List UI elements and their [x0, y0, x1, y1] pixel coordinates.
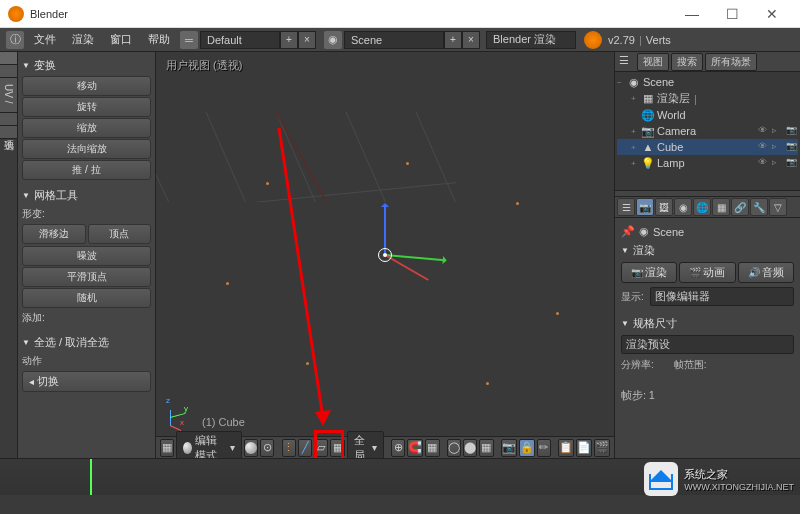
edge-select-button[interactable]: ╱ — [298, 439, 312, 457]
outliner-item-渲染层[interactable]: +▦渲染层| — [617, 90, 798, 107]
editor-type-button[interactable]: ▦ — [160, 439, 174, 457]
randomize-button[interactable]: 随机 — [22, 288, 151, 308]
outliner-item-world[interactable]: 🌐World — [617, 107, 798, 123]
selectable-icon[interactable]: ▹ — [772, 157, 784, 169]
layout-select[interactable]: Default — [200, 31, 280, 49]
pin-icon[interactable]: 📌 — [621, 225, 635, 238]
data-tab[interactable]: ▽ — [769, 198, 787, 216]
lock-camera-button[interactable]: 🔒 — [519, 439, 535, 457]
expand-icon[interactable]: + — [631, 143, 641, 152]
animation-button[interactable]: 🎬 动画 — [679, 262, 735, 283]
vertex-button[interactable]: 顶点 — [88, 224, 152, 244]
select-panel-header[interactable]: ▼全选 / 取消全选 — [22, 333, 151, 352]
tab-options[interactable]: 选项 — [0, 126, 17, 139]
modifiers-tab[interactable]: 🔧 — [750, 198, 768, 216]
menu-window[interactable]: 窗口 — [102, 32, 140, 47]
vertex-select-button[interactable]: ⋮ — [282, 439, 296, 457]
dimensions-section-header[interactable]: ▼规格尺寸 — [621, 314, 794, 333]
constraints-tab[interactable]: 🔗 — [731, 198, 749, 216]
rotate-button[interactable]: 旋转 — [22, 97, 151, 117]
visibility-icon[interactable]: 👁 — [758, 125, 770, 137]
renderable-icon[interactable]: 📷 — [786, 141, 798, 153]
outliner-item-lamp[interactable]: +💡Lamp👁▹📷 — [617, 155, 798, 171]
edge-slide-button[interactable]: 滑移边 — [22, 224, 86, 244]
shading-mode-button[interactable] — [244, 439, 258, 457]
world-tab[interactable]: 🌐 — [693, 198, 711, 216]
menu-help[interactable]: 帮助 — [140, 32, 178, 47]
menu-file[interactable]: 文件 — [26, 32, 64, 47]
tab-clip[interactable]: 剪贴 — [0, 65, 17, 78]
proportional-edit-button[interactable]: ◯ — [447, 439, 461, 457]
selectable-icon[interactable]: ▹ — [772, 141, 784, 153]
outliner-search-menu[interactable]: 搜索 — [671, 53, 703, 71]
snap-button[interactable]: 🧲 — [407, 439, 423, 457]
outliner-filter[interactable]: 所有场景 — [705, 53, 757, 71]
selectable-icon[interactable]: ▹ — [772, 125, 784, 137]
close-button[interactable]: ✕ — [752, 6, 792, 22]
layout-remove-button[interactable]: × — [298, 31, 316, 49]
normal-scale-button[interactable]: 法向缩放 — [22, 139, 151, 159]
frame-range-label: 帧范围: — [674, 356, 707, 374]
render-button[interactable]: 📷 渲染 — [621, 262, 677, 283]
render-tab[interactable]: 📷 — [636, 198, 654, 216]
scene-icon[interactable]: ◉ — [324, 31, 342, 49]
proportional-falloff-button[interactable]: ⬤ — [463, 439, 477, 457]
mesh-tools-header[interactable]: ▼网格工具 — [22, 186, 151, 205]
properties-editor-icon[interactable]: ☰ — [617, 198, 635, 216]
outliner-editor-icon[interactable]: ☰ — [619, 54, 635, 70]
translate-button[interactable]: 移动 — [22, 76, 151, 96]
timeline-current-frame-indicator[interactable] — [90, 459, 92, 495]
render-engine-select[interactable]: Blender 渲染 — [486, 31, 576, 49]
pivot-point-button[interactable]: ⊙ — [260, 439, 274, 457]
push-pull-button[interactable]: 推 / 拉 — [22, 160, 151, 180]
maximize-button[interactable]: ☐ — [712, 6, 752, 22]
layers-button[interactable]: ▦ — [479, 439, 493, 457]
expand-icon[interactable]: + — [631, 94, 641, 103]
visibility-icon[interactable]: 👁 — [758, 141, 770, 153]
tab-shading[interactable]: 拆除 — [0, 113, 17, 126]
render-layers-tab[interactable]: 🖼 — [655, 198, 673, 216]
smooth-vertex-button[interactable]: 平滑顶点 — [22, 267, 151, 287]
tab-tools[interactable]: 工具 — [0, 52, 17, 65]
visibility-icon[interactable]: 👁 — [758, 157, 770, 169]
renderable-icon[interactable]: 📷 — [786, 157, 798, 169]
expand-icon[interactable]: + — [631, 127, 641, 136]
clapperboard-icon[interactable]: 🎬 — [594, 439, 610, 457]
editor-type-icon[interactable]: ⓘ — [6, 31, 24, 49]
expand-icon[interactable]: + — [631, 159, 641, 168]
minimize-button[interactable]: — — [672, 6, 712, 22]
gizmo-center[interactable] — [378, 248, 392, 262]
scene-remove-button[interactable]: × — [462, 31, 480, 49]
layout-icon[interactable]: ═ — [180, 31, 198, 49]
render-preview-button[interactable]: 📷 — [501, 439, 517, 457]
scene-add-button[interactable]: + — [444, 31, 462, 49]
tab-uv[interactable]: UV / 图像 — [0, 78, 17, 113]
transform-panel-header[interactable]: ▼变换 — [22, 56, 151, 75]
action-toggle-button[interactable]: ◂ 切换 — [22, 371, 151, 392]
scene-tab[interactable]: ◉ — [674, 198, 692, 216]
paste-button[interactable]: 📄 — [576, 439, 592, 457]
noise-button[interactable]: 噪波 — [22, 246, 151, 266]
expand-icon[interactable]: − — [617, 78, 627, 87]
object-tab[interactable]: ▦ — [712, 198, 730, 216]
render-preset-select[interactable]: 渲染预设 — [621, 335, 794, 354]
menu-render[interactable]: 渲染 — [64, 32, 102, 47]
audio-button[interactable]: 🔊 音频 — [738, 262, 794, 283]
renderable-icon[interactable]: 📷 — [786, 125, 798, 137]
blender-icon — [584, 31, 602, 49]
layout-add-button[interactable]: + — [280, 31, 298, 49]
copy-button[interactable]: 📋 — [558, 439, 574, 457]
scene-select[interactable]: Scene — [344, 31, 444, 49]
outliner-item-scene[interactable]: −◉Scene — [617, 74, 798, 90]
display-select[interactable]: 图像编辑器 — [650, 287, 794, 306]
outliner-item-camera[interactable]: +📷Camera👁▹📷 — [617, 123, 798, 139]
snap-type-button[interactable]: ▦ — [425, 439, 439, 457]
outliner-view-menu[interactable]: 视图 — [637, 53, 669, 71]
gpencil-button[interactable]: ✏ — [537, 439, 551, 457]
render-section-header[interactable]: ▼渲染 — [621, 241, 794, 260]
outliner[interactable]: −◉Scene+▦渲染层|🌐World+📷Camera👁▹📷+▲Cube👁▹📷+… — [615, 72, 800, 190]
manipulator-toggle[interactable]: ⊕ — [391, 439, 405, 457]
3d-viewport[interactable]: 用户视图 (透视) z y x (1) Cube ▦ 编辑模式 ▾ ⊙ ⋮ ╱ … — [156, 52, 614, 458]
outliner-item-cube[interactable]: +▲Cube👁▹📷 — [617, 139, 798, 155]
scale-button[interactable]: 缩放 — [22, 118, 151, 138]
